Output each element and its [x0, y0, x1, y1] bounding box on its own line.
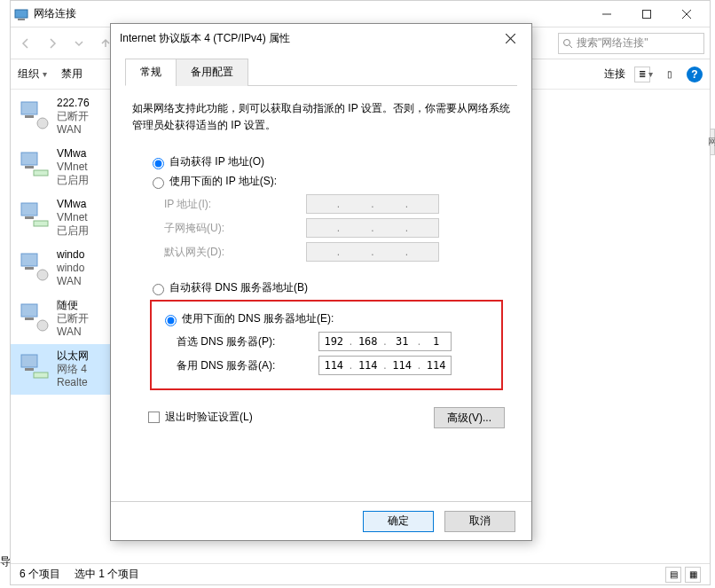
side-label: 网	[710, 129, 715, 155]
list-item[interactable]: windowindoWAN	[11, 243, 117, 294]
tab-alternate[interactable]: 备用配置	[176, 59, 248, 86]
minimize-button[interactable]	[586, 1, 626, 27]
description-text: 如果网络支持此功能，则可以获取自动指派的 IP 设置。否则，你需要从网络系统管理…	[132, 100, 510, 134]
connection-icon	[16, 248, 51, 284]
list-item[interactable]: 222.76已断开WAN	[11, 91, 117, 142]
search-input[interactable]: 搜索"网络连接"	[558, 33, 704, 54]
search-placeholder: 搜索"网络连接"	[577, 35, 648, 51]
svg-rect-12	[25, 166, 34, 169]
preferred-dns-label: 首选 DNS 服务器(P):	[177, 334, 318, 349]
details-view-icon[interactable]: ▤	[665, 567, 681, 583]
svg-rect-13	[34, 170, 48, 176]
icons-view-icon[interactable]: ▦	[685, 567, 701, 583]
svg-rect-25	[34, 372, 48, 378]
svg-rect-9	[25, 115, 34, 118]
subnet-mask-input: ...	[306, 218, 439, 238]
connection-icon	[16, 198, 51, 233]
svg-rect-0	[15, 10, 28, 18]
close-button[interactable]	[498, 26, 522, 51]
ipv4-properties-dialog: Internet 协议版本 4 (TCP/IPv4) 属性 常规 备用配置 如果…	[110, 23, 532, 541]
ip-address-label: IP 地址(I):	[164, 197, 306, 212]
svg-point-6	[564, 39, 570, 45]
preview-pane-icon[interactable]: ▯	[662, 67, 678, 82]
list-item[interactable]: 以太网网络 4Realte	[11, 344, 117, 395]
forward-button[interactable]	[43, 34, 62, 53]
selection-count: 选中 1 个项目	[75, 567, 139, 582]
gateway-label: 默认网关(D):	[164, 245, 306, 260]
dialog-body: 常规 备用配置 如果网络支持此功能，则可以获取自动指派的 IP 设置。否则，你需…	[111, 52, 531, 501]
list-item[interactable]: VMwaVMnet已启用	[11, 192, 117, 243]
list-item[interactable]: VMwaVMnet已启用	[11, 142, 117, 192]
tab-general[interactable]: 常规	[125, 59, 177, 86]
svg-rect-20	[21, 304, 37, 317]
svg-rect-16	[34, 221, 48, 226]
svg-rect-1	[18, 19, 25, 20]
radio-dns-auto[interactable]: 自动获得 DNS 服务器地址(B)	[148, 280, 505, 295]
radio-ip-auto[interactable]: 自动获得 IP 地址(O)	[148, 154, 505, 169]
connection-icon	[16, 97, 51, 132]
connection-icon	[16, 299, 51, 334]
alternate-dns-input[interactable]: 114.114.114.114	[318, 356, 452, 375]
chevron-down-icon: ▾	[648, 69, 653, 79]
chevron-down-icon[interactable]	[69, 34, 89, 53]
status-bar: 6 个项目 选中 1 个项目 ▤ ▦	[11, 563, 710, 584]
svg-point-22	[37, 320, 48, 331]
dialog-footer: 确定 取消	[111, 501, 531, 540]
svg-rect-18	[25, 267, 34, 270]
back-button[interactable]	[16, 34, 35, 53]
maximize-button[interactable]	[626, 1, 666, 27]
app-icon	[14, 7, 28, 21]
svg-rect-17	[21, 254, 37, 266]
organize-menu[interactable]: 组织	[18, 67, 39, 82]
disable-cmd[interactable]: 禁用	[61, 67, 82, 82]
advanced-button[interactable]: 高级(V)...	[434, 407, 505, 428]
svg-rect-14	[21, 203, 37, 216]
ok-button[interactable]: 确定	[363, 511, 434, 532]
cancel-button[interactable]: 取消	[444, 511, 515, 532]
radio-dns-manual[interactable]: 使用下面的 DNS 服务器地址(E):	[161, 311, 492, 326]
dialog-title: Internet 协议版本 4 (TCP/IPv4) 属性	[120, 31, 498, 46]
ip-group: 自动获得 IP 地址(O) 使用下面的 IP 地址(S): IP 地址(I):.…	[148, 150, 505, 276]
svg-line-7	[570, 45, 572, 48]
connection-icon	[16, 349, 51, 385]
help-icon[interactable]: ?	[687, 67, 703, 82]
highlight-box: 使用下面的 DNS 服务器地址(E): 首选 DNS 服务器(P): 192.1…	[150, 300, 503, 390]
gateway-input: ...	[306, 242, 439, 262]
connection-icon	[16, 147, 51, 183]
connection-list: 222.76已断开WAN VMwaVMnet已启用 VMwaVMnet已启用 w…	[11, 90, 117, 563]
svg-rect-11	[21, 153, 37, 165]
close-button[interactable]	[666, 1, 706, 27]
chevron-down-icon: ▾	[43, 69, 47, 79]
svg-point-10	[37, 118, 48, 129]
svg-point-19	[37, 270, 48, 280]
svg-rect-8	[21, 102, 37, 114]
search-icon	[562, 38, 573, 49]
alternate-dns-label: 备用 DNS 服务器(A):	[177, 358, 318, 373]
diagnose-cmd[interactable]: 连接	[604, 67, 625, 82]
svg-rect-23	[21, 355, 37, 367]
dialog-titlebar: Internet 协议版本 4 (TCP/IPv4) 属性	[111, 24, 531, 52]
ip-address-input: ...	[306, 194, 439, 214]
subnet-mask-label: 子网掩码(U):	[164, 221, 306, 236]
dns-group: 自动获得 DNS 服务器地址(B) 使用下面的 DNS 服务器地址(E): 首选…	[148, 276, 505, 399]
svg-rect-21	[25, 318, 34, 320]
list-item[interactable]: 随便已断开WAN	[11, 294, 117, 344]
svg-rect-15	[25, 216, 34, 219]
window-title: 网络连接	[34, 6, 76, 21]
svg-rect-24	[25, 368, 34, 371]
preferred-dns-input[interactable]: 192.168.31.1	[318, 332, 452, 351]
tab-strip: 常规 备用配置	[125, 58, 517, 86]
item-count: 6 个项目	[20, 567, 60, 582]
svg-rect-3	[642, 10, 650, 18]
radio-ip-manual[interactable]: 使用下面的 IP 地址(S):	[148, 174, 505, 189]
truncated-label: 导	[0, 554, 11, 569]
